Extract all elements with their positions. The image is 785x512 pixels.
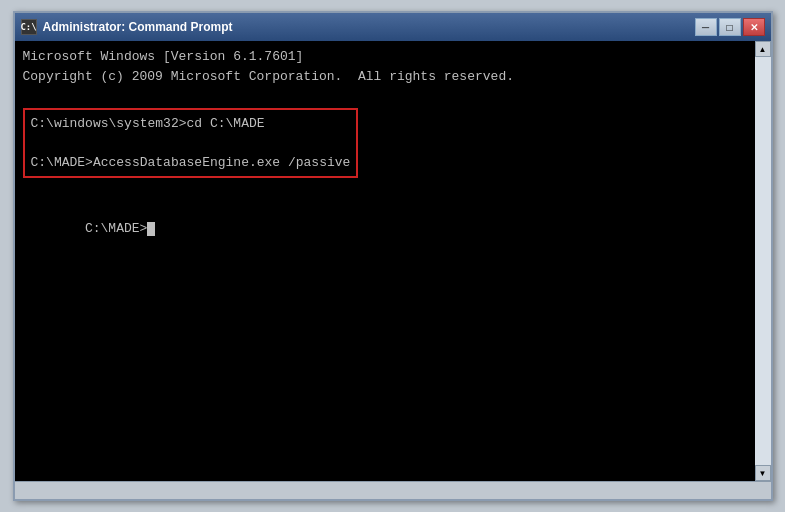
command-line-cd: C:\windows\system32>cd C:\MADE	[31, 114, 351, 134]
title-bar: C:\ Administrator: Command Prompt ─ □ ✕	[15, 13, 771, 41]
close-button[interactable]: ✕	[743, 18, 765, 36]
minimize-button[interactable]: ─	[695, 18, 717, 36]
cursor	[147, 222, 155, 236]
output-line-1: Microsoft Windows [Version 6.1.7601]	[23, 47, 745, 67]
status-bar	[15, 481, 771, 499]
output-line-2: Copyright (c) 2009 Microsoft Corporation…	[23, 67, 745, 87]
cmd-icon: C:\	[21, 19, 37, 35]
prompt-line: C:\MADE>	[23, 200, 745, 259]
output-line-3	[23, 86, 745, 106]
command-line-access: C:\MADE>AccessDatabaseEngine.exe /passiv…	[31, 153, 351, 173]
scroll-up-button[interactable]: ▲	[755, 41, 771, 57]
output-line-7	[23, 180, 745, 200]
window-controls: ─ □ ✕	[695, 18, 765, 36]
terminal-body[interactable]: Microsoft Windows [Version 6.1.7601] Cop…	[15, 41, 771, 481]
scroll-down-button[interactable]: ▼	[755, 465, 771, 481]
terminal-content: Microsoft Windows [Version 6.1.7601] Cop…	[23, 47, 763, 475]
maximize-button[interactable]: □	[719, 18, 741, 36]
scrollbar-track[interactable]	[755, 57, 771, 465]
title-bar-left: C:\ Administrator: Command Prompt	[21, 19, 233, 35]
command-prompt-window: C:\ Administrator: Command Prompt ─ □ ✕ …	[13, 11, 773, 501]
highlighted-commands: C:\windows\system32>cd C:\MADE C:\MADE>A…	[23, 108, 359, 179]
output-line-5	[31, 133, 351, 153]
window-title: Administrator: Command Prompt	[43, 20, 233, 34]
prompt-text: C:\MADE>	[85, 221, 147, 236]
scrollbar: ▲ ▼	[755, 41, 771, 481]
